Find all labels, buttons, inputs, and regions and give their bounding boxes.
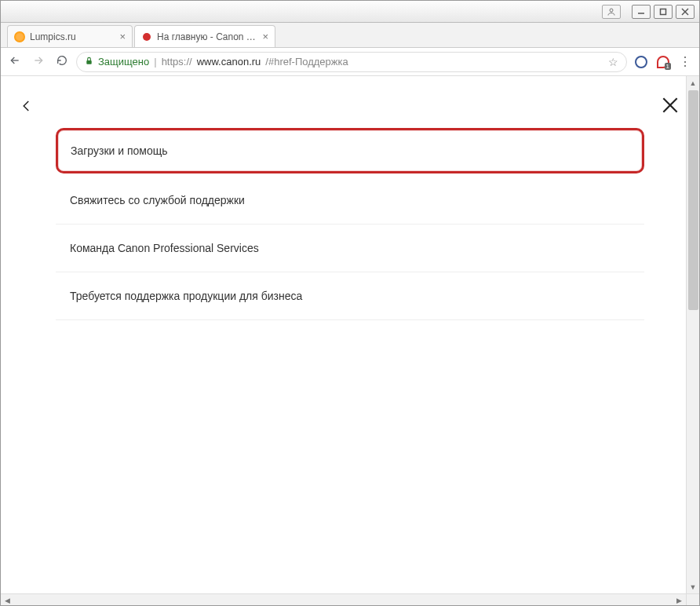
extension-icon[interactable]: [635, 56, 647, 68]
secure-label: Защищено: [98, 56, 149, 68]
scroll-thumb[interactable]: [688, 90, 698, 310]
extension-adblock-icon[interactable]: [657, 56, 669, 68]
favicon-icon: [14, 31, 25, 42]
tab-canon[interactable]: На главную - Canon Рос ×: [134, 25, 275, 47]
close-tab-icon[interactable]: ×: [119, 31, 126, 42]
close-window-button[interactable]: [676, 5, 695, 19]
bookmark-star-icon[interactable]: ☆: [608, 56, 618, 68]
menu-item-label: Требуется поддержка продукции для бизнес…: [70, 290, 302, 302]
tabstrip: Lumpics.ru × На главную - Canon Рос ×: [1, 23, 699, 48]
svg-rect-2: [661, 9, 666, 14]
nav-controls: [9, 54, 68, 70]
close-overlay-button[interactable]: [660, 95, 680, 119]
menu-item-cps-team[interactable]: Команда Canon Professional Services: [56, 225, 644, 272]
scroll-down-icon[interactable]: ▼: [687, 580, 699, 593]
url-protocol: https://: [162, 56, 192, 68]
scroll-up-icon[interactable]: ▲: [687, 76, 699, 89]
tab-title: Lumpics.ru: [30, 31, 115, 42]
menu-item-downloads-help[interactable]: Загрузки и помощь: [56, 128, 644, 173]
toolbar-right: ⋮: [635, 54, 691, 69]
menu-item-label: Свяжитесь со службой поддержки: [70, 194, 245, 206]
menu-item-contact-support[interactable]: Свяжитесь со службой поддержки: [56, 177, 644, 225]
user-button[interactable]: [602, 5, 621, 19]
menu-item-business-support[interactable]: Требуется поддержка продукции для бизнес…: [56, 272, 644, 320]
vertical-scrollbar[interactable]: ▲ ▼: [686, 76, 699, 593]
maximize-button[interactable]: [654, 5, 673, 19]
address-bar[interactable]: Защищено | https://www.canon.ru/#href-По…: [76, 52, 627, 72]
horizontal-scrollbar[interactable]: ◀ ▶: [1, 593, 686, 606]
forward-button[interactable]: [32, 54, 45, 70]
browser-toolbar: Защищено | https://www.canon.ru/#href-По…: [1, 48, 699, 76]
lock-icon: [85, 56, 93, 68]
menu-item-label: Загрузки и помощь: [71, 144, 168, 157]
tab-title: На главную - Canon Рос: [157, 31, 257, 42]
svg-rect-5: [86, 60, 91, 64]
browser-menu-button[interactable]: ⋮: [679, 54, 691, 69]
menu-item-label: Команда Canon Professional Services: [70, 242, 259, 254]
scroll-right-icon[interactable]: ▶: [673, 594, 686, 606]
url-separator: |: [154, 56, 156, 68]
back-chevron-button[interactable]: [20, 95, 34, 120]
reload-button[interactable]: [56, 54, 68, 70]
back-button[interactable]: [9, 54, 21, 70]
minimize-button[interactable]: [632, 5, 651, 19]
overlay-header: [1, 95, 699, 128]
support-menu: Загрузки и помощь Свяжитесь со службой п…: [1, 128, 699, 320]
scroll-left-icon[interactable]: ◀: [1, 594, 14, 606]
window-titlebar: [1, 1, 699, 23]
favicon-icon: [143, 33, 151, 41]
svg-point-0: [610, 9, 613, 12]
scroll-corner: [686, 593, 699, 606]
url-host: www.canon.ru: [197, 56, 261, 68]
viewport: Загрузки и помощь Свяжитесь со службой п…: [1, 76, 699, 606]
url-path: /#href-Поддержка: [265, 56, 348, 68]
tab-lumpics[interactable]: Lumpics.ru ×: [7, 25, 133, 47]
close-tab-icon[interactable]: ×: [262, 31, 268, 42]
page-content: Загрузки и помощь Свяжитесь со службой п…: [1, 76, 699, 606]
